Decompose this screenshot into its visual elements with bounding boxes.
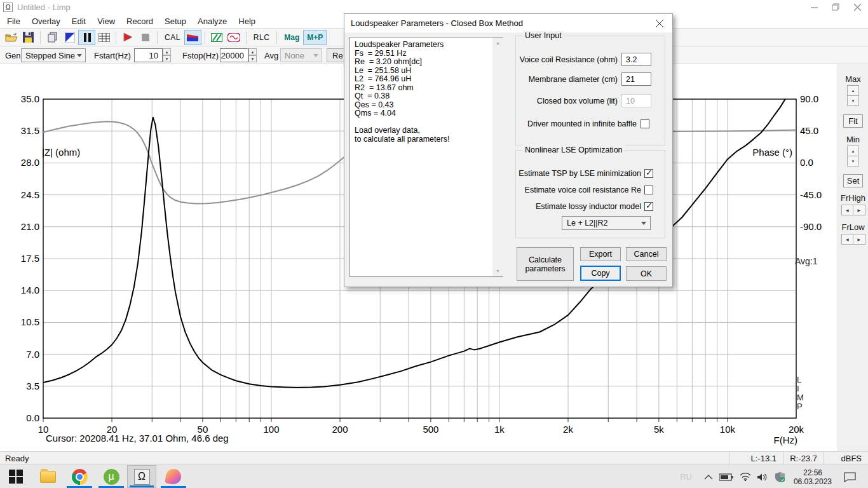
record-stop-button[interactable] bbox=[137, 30, 154, 45]
fstart-input[interactable]: 10 bbox=[134, 48, 163, 62]
scroll-down-icon[interactable]: ▼ bbox=[492, 266, 503, 276]
fstart-stepper[interactable]: ▲▼ bbox=[163, 48, 171, 62]
start-button[interactable] bbox=[1, 465, 31, 488]
dialog-title-bar[interactable]: Loudspeaker Parameters - Closed Box Meth… bbox=[344, 14, 672, 32]
x-tick-label: 20k bbox=[777, 424, 815, 435]
cancel-button[interactable]: Cancel bbox=[626, 247, 667, 261]
save-floppy-icon bbox=[23, 32, 34, 43]
tray-expand-button[interactable] bbox=[701, 466, 716, 488]
export-button[interactable]: Export bbox=[580, 247, 621, 261]
spin-up-icon[interactable]: ▲ bbox=[847, 85, 859, 96]
pause-button[interactable] bbox=[78, 30, 95, 45]
taskbar-clock[interactable]: 22:56 06.03.2023 bbox=[789, 468, 837, 486]
minimize-button[interactable] bbox=[803, 0, 825, 14]
taskbar-file-explorer[interactable] bbox=[33, 465, 62, 488]
user-input-group: User Input Voice coil Resistance (ohm) 3… bbox=[515, 36, 665, 146]
frhigh-stepper[interactable]: ◀▶ bbox=[841, 205, 865, 215]
magnitude-phase-view-button[interactable]: M+P bbox=[303, 30, 327, 45]
table-view-button[interactable] bbox=[95, 30, 112, 45]
spectrum-button[interactable] bbox=[208, 30, 226, 45]
spin-right-icon[interactable]: ▶ bbox=[853, 205, 865, 215]
spin-right-icon[interactable]: ▶ bbox=[853, 234, 865, 245]
results-scrollbar[interactable]: ▲ ▼ bbox=[492, 37, 503, 276]
limp-watermark: LIMP bbox=[797, 376, 804, 411]
loudspeaker-parameters-dialog: Loudspeaker Parameters - Closed Box Meth… bbox=[344, 13, 673, 287]
x-tick-label: 50 bbox=[184, 424, 222, 435]
overlay-edit-button[interactable] bbox=[61, 30, 78, 45]
fstop-input[interactable]: 20000 bbox=[220, 48, 248, 62]
taskbar-chrome[interactable] bbox=[65, 465, 94, 488]
chevron-down-icon bbox=[313, 54, 318, 57]
parameters-results-text[interactable]: Loudspeaker Parameters Fs = 29.51 Hz Re … bbox=[349, 37, 503, 277]
inductor-model-select[interactable]: Le + L2||R2 bbox=[562, 216, 651, 230]
menu-item-edit[interactable]: Edit bbox=[66, 15, 92, 27]
y-right-tick-label: 45.0 bbox=[800, 125, 833, 136]
spin-up-icon[interactable]: ▲ bbox=[847, 146, 859, 156]
rlc-button[interactable]: RLC bbox=[250, 30, 274, 45]
estimate-tsp-checkbox[interactable] bbox=[644, 169, 653, 178]
menu-item-file[interactable]: File bbox=[1, 15, 26, 27]
impedance-display-button[interactable] bbox=[184, 30, 201, 45]
menu-item-setup[interactable]: Setup bbox=[159, 15, 192, 27]
app-omega-icon: Ω bbox=[3, 3, 13, 12]
spin-up-icon[interactable]: ▲ bbox=[163, 48, 171, 55]
language-indicator[interactable]: RU bbox=[680, 472, 692, 482]
spin-down-icon[interactable]: ▼ bbox=[248, 55, 257, 62]
spin-up-icon[interactable]: ▲ bbox=[248, 48, 257, 55]
dialog-title: Loudspeaker Parameters - Closed Box Meth… bbox=[351, 18, 523, 28]
save-button[interactable] bbox=[20, 30, 37, 45]
open-file-button[interactable] bbox=[3, 30, 20, 45]
stop-icon bbox=[142, 34, 149, 41]
generator-type-select[interactable]: Stepped Sine bbox=[21, 48, 86, 62]
estimate-re-checkbox[interactable] bbox=[644, 186, 653, 194]
menu-item-help[interactable]: Help bbox=[233, 15, 261, 27]
fstop-stepper[interactable]: ▲▼ bbox=[248, 48, 257, 62]
voice-coil-resistance-input[interactable]: 3.2 bbox=[621, 53, 651, 66]
lossy-inductor-label: Estimate lossy inductor model bbox=[516, 202, 641, 211]
lossy-inductor-checkbox[interactable] bbox=[644, 202, 653, 211]
menu-item-record[interactable]: Record bbox=[121, 15, 159, 27]
spin-down-icon[interactable]: ▼ bbox=[847, 156, 859, 166]
menu-item-overlay[interactable]: Overlay bbox=[26, 15, 66, 27]
shield-icon bbox=[775, 472, 785, 482]
signal-generator-button[interactable] bbox=[226, 30, 243, 45]
max-label: Max bbox=[845, 74, 861, 84]
action-center-button[interactable] bbox=[841, 466, 859, 488]
menu-item-analyze[interactable]: Analyze bbox=[192, 15, 233, 27]
dialog-close-button[interactable] bbox=[647, 14, 672, 32]
restore-button[interactable] bbox=[825, 0, 846, 14]
defender-status[interactable] bbox=[771, 466, 789, 488]
taskbar-paint-app[interactable] bbox=[159, 465, 188, 488]
level-unit-label: dBFS bbox=[824, 452, 868, 465]
calculate-parameters-button[interactable]: Calculate parameters bbox=[517, 247, 574, 281]
spin-down-icon[interactable]: ▼ bbox=[163, 55, 171, 62]
y-left-tick-label: 28.0 bbox=[0, 157, 39, 168]
taskbar-limp-active[interactable]: Ω bbox=[127, 465, 156, 488]
spin-down-icon[interactable]: ▼ bbox=[847, 96, 859, 106]
taskbar-utorrent[interactable]: µ bbox=[97, 465, 126, 488]
close-button[interactable] bbox=[846, 0, 868, 14]
voice-coil-resistance-label: Voice coil Resistance (ohm) bbox=[516, 55, 618, 64]
set-button[interactable]: Set bbox=[843, 174, 863, 187]
battery-status[interactable] bbox=[716, 466, 736, 488]
calibrate-button[interactable]: CAL bbox=[161, 30, 184, 45]
copy-button[interactable]: Copy bbox=[580, 266, 621, 281]
spin-left-icon[interactable]: ◀ bbox=[841, 234, 854, 245]
magnitude-view-button[interactable]: Mag bbox=[280, 30, 303, 45]
volume-control[interactable] bbox=[754, 466, 771, 488]
spin-left-icon[interactable]: ◀ bbox=[841, 205, 854, 215]
membrane-diameter-input[interactable]: 21 bbox=[621, 72, 651, 86]
scroll-up-icon[interactable]: ▲ bbox=[492, 37, 503, 48]
record-start-button[interactable] bbox=[119, 30, 137, 45]
max-stepper[interactable]: ▲▼ bbox=[847, 85, 859, 106]
copy-button[interactable] bbox=[44, 30, 61, 45]
network-status[interactable] bbox=[736, 466, 754, 488]
fit-button[interactable]: Fit bbox=[843, 114, 863, 128]
infinite-baffle-checkbox[interactable] bbox=[641, 119, 649, 128]
ok-button[interactable]: OK bbox=[626, 266, 667, 281]
open-folder-icon bbox=[5, 32, 18, 43]
min-stepper[interactable]: ▲▼ bbox=[847, 146, 859, 166]
menu-item-view[interactable]: View bbox=[92, 15, 121, 27]
frlow-stepper[interactable]: ◀▶ bbox=[841, 234, 865, 245]
limp-application-window: Ω Untitled - Limp FileOverlayEditViewRec… bbox=[0, 0, 868, 488]
